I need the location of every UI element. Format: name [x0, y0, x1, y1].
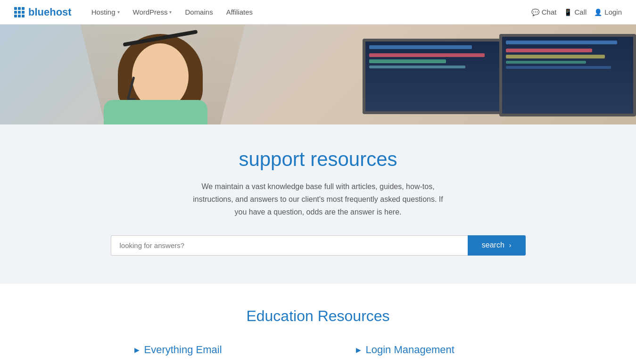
search-button-label: search	[482, 241, 504, 249]
support-title: support resources	[9, 148, 627, 171]
phone-icon: 📱	[564, 8, 572, 16]
nav-wordpress[interactable]: WordPress ▾	[127, 5, 178, 19]
edu-item-label: Everything Email	[144, 344, 222, 356]
logo-grid-icon	[14, 7, 25, 17]
chevron-down-icon: ▾	[169, 9, 172, 15]
search-bar: search ›	[111, 235, 526, 256]
login-label: Login	[604, 8, 622, 16]
search-input[interactable]	[111, 235, 468, 256]
support-description: We maintain a vast knowledge base full w…	[186, 180, 450, 219]
nav-right: 💬 Chat 📱 Call 👤 Login	[531, 8, 622, 16]
chevron-right-icon: ›	[509, 241, 512, 249]
user-icon: 👤	[594, 8, 602, 16]
chat-icon: 💬	[531, 8, 539, 16]
logo-text: bluehost	[28, 6, 72, 18]
nav-hosting-label: Hosting	[91, 8, 116, 16]
nav-domains[interactable]: Domains	[179, 5, 218, 19]
edu-item-everything-email[interactable]: ▶ Everything Email	[106, 344, 309, 356]
play-icon: ▶	[134, 346, 140, 354]
education-grid: ▶ Everything Email ▶ Login Management ▶ …	[106, 344, 530, 364]
main-nav: bluehost Hosting ▾ WordPress ▾ Domains A…	[0, 0, 636, 25]
edu-item-login-management[interactable]: ▶ Login Management	[328, 344, 530, 356]
edu-item-label: Login Management	[366, 344, 454, 356]
nav-affiliates-label: Affiliates	[226, 8, 253, 16]
nav-links: Hosting ▾ WordPress ▾ Domains Affiliates	[86, 5, 531, 19]
play-icon: ▶	[356, 346, 361, 354]
call-label: Call	[574, 8, 586, 16]
login-button[interactable]: 👤 Login	[594, 8, 622, 16]
education-section: Education Resources ▶ Everything Email ▶…	[0, 284, 636, 364]
support-section: support resources We maintain a vast kno…	[0, 124, 636, 284]
chat-button[interactable]: 💬 Chat	[531, 8, 557, 16]
education-title: Education Resources	[9, 307, 627, 325]
chat-label: Chat	[542, 8, 557, 16]
chevron-down-icon: ▾	[117, 9, 120, 15]
search-button[interactable]: search ›	[468, 235, 526, 256]
nav-hosting[interactable]: Hosting ▾	[86, 5, 125, 19]
nav-domains-label: Domains	[185, 8, 213, 16]
logo[interactable]: bluehost	[14, 6, 72, 18]
nav-wordpress-label: WordPress	[133, 8, 168, 16]
call-button[interactable]: 📱 Call	[564, 8, 586, 16]
hero-banner	[0, 25, 636, 124]
nav-affiliates[interactable]: Affiliates	[221, 5, 258, 19]
